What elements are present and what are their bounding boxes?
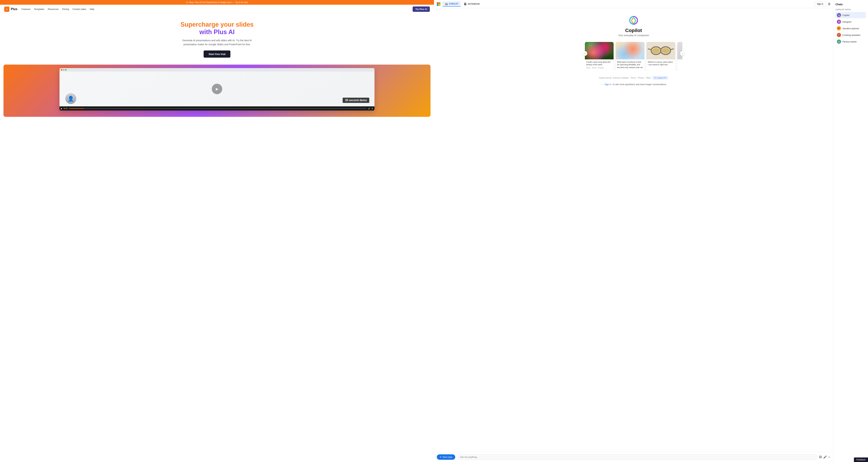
tab-notebook[interactable]: 📓 NOTEBOOK	[461, 1, 482, 7]
copilot-main: 🤖 COPILOT 📓 NOTEBOOK Sign in ☰	[434, 0, 833, 462]
demo-area: ▶ 30 second demo 👤 ▶ 00:30 🔊 ⚙	[3, 65, 431, 117]
footer-text: Copilot uses AI. Check for mistakes.	[599, 77, 629, 79]
feedback-button[interactable]: Feedback	[854, 458, 868, 462]
timeline-progress	[69, 108, 84, 109]
chat-name-cooking: Cooking assistant	[842, 34, 860, 36]
start-free-trial-button[interactable]: Start free trial	[204, 51, 230, 58]
image-input-button[interactable]: 🖼	[819, 456, 822, 459]
carousel-right-button[interactable]: ›	[680, 51, 685, 56]
chats-section-label: Copilot GPTs	[835, 8, 866, 11]
faqs-link[interactable]: FAQs	[646, 77, 651, 79]
ms-yellow-square	[439, 4, 440, 6]
avatar-copilot: 🤖	[837, 13, 841, 17]
nav-resources[interactable]: Resources	[48, 8, 59, 10]
chat-item-cooking[interactable]: 🍳 Cooking assistant	[835, 32, 866, 38]
window-dot-yellow	[63, 69, 64, 70]
copilot-logo	[628, 15, 639, 26]
hero-title-line1: Supercharge your slides	[181, 21, 253, 28]
chat-item-fitness[interactable]: 💪 Fitness trainer	[835, 38, 866, 45]
chat-item-designer[interactable]: 🎨 Designer	[835, 19, 866, 25]
copilot-subtitle: Your everyday AI companion	[618, 34, 649, 37]
carousel-left-button[interactable]: ‹	[583, 51, 587, 56]
card-flowers-footer: Suno · Terms · Privacy	[586, 67, 612, 69]
ms-green-square	[439, 2, 440, 4]
cards-list: Create a pop song about the beauty of th…	[585, 42, 682, 71]
timeline-bar[interactable]	[69, 108, 367, 109]
timeline-play-icon[interactable]: ▶	[61, 107, 62, 110]
sign-in-icon: →	[601, 83, 603, 86]
copilot-tab-icon: 🤖	[445, 2, 448, 5]
hero-title-line2: with Plus AI	[199, 28, 235, 35]
card-sunglasses-image	[647, 42, 675, 59]
logo-icon: +	[4, 7, 9, 12]
svg-point-3	[652, 48, 660, 54]
avatar-designer: 🎨	[837, 20, 841, 24]
settings-icon[interactable]: ⚙	[372, 107, 373, 110]
new-topic-icon: ✦	[440, 456, 441, 458]
chat-name-vacation: Vacation planner	[842, 27, 859, 30]
card-flowers[interactable]: Create a pop song about the beauty of th…	[585, 42, 614, 71]
announcement-bar[interactable]: ✨ New: Plus AI for PowerPoint is finally…	[0, 0, 434, 5]
chat-name-fitness: Fitness trainer	[842, 40, 857, 43]
sign-in-link[interactable]: Sign in	[604, 83, 612, 86]
nav-links: Features Templates Resources Pricing Con…	[22, 8, 408, 10]
logo[interactable]: + Plus	[4, 7, 18, 12]
chat-name-designer: Designer	[842, 21, 851, 23]
card-bottle-body: What type of workout is best for improvi…	[616, 59, 644, 71]
demo-time: 00:30	[64, 107, 68, 109]
ms-blue-square	[437, 4, 438, 6]
copilot-panel: 🤖 COPILOT 📓 NOTEBOOK Sign in ☰	[434, 0, 868, 462]
chats-sidebar: Chats Copilot GPTs 🤖 Copilot 🎨 Designer …	[833, 0, 868, 462]
card-bottle[interactable]: What type of workout is best for improvi…	[616, 42, 644, 71]
copilot-footer-links: Copilot uses AI. Check for mistakes. Ter…	[599, 76, 669, 80]
card-placeholder-body	[677, 59, 682, 63]
card-flowers-image	[585, 42, 614, 59]
chat-item-vacation[interactable]: ✈ Vacation planner	[835, 25, 866, 32]
copilot-hero: Copilot Your everyday AI companion	[618, 15, 649, 37]
chat-item-copilot[interactable]: 🤖 Copilot	[835, 12, 866, 18]
nav-features[interactable]: Features	[22, 8, 30, 10]
ms-red-square	[437, 2, 438, 4]
microsoft-logo	[437, 2, 440, 6]
screen-bar	[60, 68, 375, 71]
announcement-text: ✨ New: Plus AI for PowerPoint is finally…	[186, 1, 248, 4]
privacy-link[interactable]: Privacy	[638, 77, 644, 79]
microphone-button[interactable]: 🎤	[823, 455, 827, 459]
try-copilot-pro-button[interactable]: Try Copilot Pro	[652, 76, 669, 80]
nav-pricing[interactable]: Pricing	[62, 8, 69, 10]
nav-contact[interactable]: Contact sales	[72, 8, 86, 10]
chat-name-copilot: Copilot	[842, 14, 849, 17]
volume-icon[interactable]: 🔊	[368, 107, 370, 110]
notebook-tab-icon: 📓	[464, 3, 467, 5]
svg-point-5	[662, 48, 670, 54]
card-flowers-body: Create a pop song about the beauty of th…	[585, 59, 614, 70]
chats-title: Chats	[835, 3, 866, 6]
avatar-cooking: 🍳	[837, 33, 841, 37]
tab-copilot[interactable]: 🤖 COPILOT	[442, 1, 461, 7]
notebook-tab-label: NOTEBOOK	[468, 3, 480, 5]
chat-input[interactable]	[457, 454, 817, 460]
sign-in-suffix: to ask more questions and have longer co…	[613, 83, 666, 86]
new-topic-button[interactable]: ✦ New topic	[437, 454, 455, 460]
send-button[interactable]: ➤	[828, 455, 830, 459]
cards-carousel: ‹ Create a pop song about the beauty of …	[585, 42, 682, 71]
copilot-topbar: 🤖 COPILOT 📓 NOTEBOOK Sign in ☰	[434, 0, 833, 8]
card-bottle-image	[616, 42, 644, 59]
copilot-tab-label: COPILOT	[449, 3, 458, 5]
demo-avatar: 👤	[65, 92, 77, 104]
terms-link[interactable]: Terms	[631, 77, 636, 79]
nav-help[interactable]: Help	[90, 8, 94, 10]
try-plus-ai-button[interactable]: Try Plus AI	[412, 6, 430, 12]
card-placeholder[interactable]	[677, 42, 682, 71]
logo-text: Plus	[11, 7, 18, 11]
menu-button[interactable]: ☰	[828, 2, 830, 6]
copilot-input-area: ✦ New topic 🖼 🎤 ➤	[434, 452, 833, 462]
card-sunglasses[interactable]: Where's a sunny, warm place I can travel…	[647, 42, 675, 71]
demo-label: 30 second demo	[343, 98, 369, 103]
hero-section: Supercharge your slides with Plus AI Gen…	[0, 14, 434, 61]
sign-in-button-topbar[interactable]: Sign in	[814, 2, 826, 6]
nav-templates[interactable]: Templates	[34, 8, 44, 10]
card-bottle-text: What type of workout is best for improvi…	[617, 61, 643, 69]
sign-in-prompt: → Sign in to ask more questions and have…	[601, 83, 666, 86]
card-sunglasses-body: Where's a sunny, warm place I can travel…	[647, 59, 675, 68]
